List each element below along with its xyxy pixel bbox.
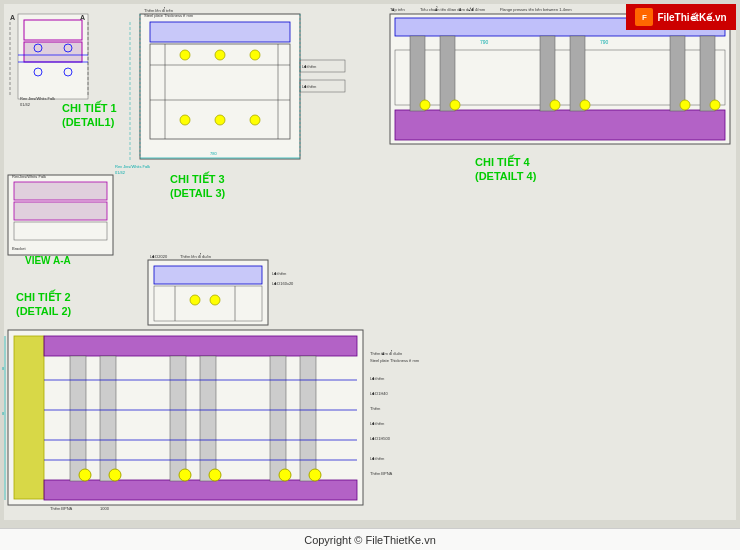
svg-point-74 (190, 295, 200, 305)
svg-text:Lề thêm: Lề thêm (302, 84, 317, 89)
chi-tiet-4-label: CHI TIẾT 4 (DETAILT 4) (475, 155, 536, 184)
svg-point-51 (450, 100, 460, 110)
svg-rect-46 (540, 36, 555, 111)
svg-point-94 (279, 469, 291, 481)
svg-text:Lề D2020: Lề D2020 (150, 254, 168, 259)
copyright-text: Copyright © FileThietKe.vn (304, 534, 436, 546)
svg-text:1000: 1000 (100, 506, 110, 511)
svg-text:790: 790 (600, 39, 609, 45)
svg-point-93 (209, 469, 221, 481)
svg-text:Lề thêm: Lề thêm (370, 421, 385, 426)
svg-rect-85 (100, 356, 116, 481)
svg-point-90 (79, 469, 91, 481)
svg-point-95 (309, 469, 321, 481)
svg-text:Bracket: Bracket (12, 246, 26, 251)
svg-point-54 (680, 100, 690, 110)
svg-point-75 (210, 295, 220, 305)
svg-rect-42 (395, 110, 725, 140)
svg-text:RevJins/Whits Falk: RevJins/Whits Falk (12, 174, 46, 179)
svg-point-92 (179, 469, 191, 481)
svg-text:Lề thêm: Lề thêm (370, 456, 385, 461)
svg-point-91 (109, 469, 121, 481)
svg-text:Thêm lên đỉ đuôn: Thêm lên đỉ đuôn (180, 253, 211, 259)
svg-rect-64 (14, 182, 107, 200)
logo-text: FileThiếtKế.vn (657, 12, 726, 23)
chi-tiet-2-label: CHI TIẾT 2 (DETAIL 2) (16, 290, 71, 319)
svg-text:Rev Jins/Whits Falk: Rev Jins/Whits Falk (20, 96, 55, 101)
svg-point-53 (580, 100, 590, 110)
svg-text:Thêm: Thêm (370, 406, 381, 411)
svg-point-26 (250, 50, 260, 60)
svg-text:Thêm BPNA: Thêm BPNA (50, 506, 73, 511)
svg-point-29 (250, 115, 260, 125)
svg-point-25 (215, 50, 225, 60)
svg-rect-89 (300, 356, 316, 481)
svg-rect-45 (440, 36, 455, 111)
svg-rect-83 (44, 480, 357, 500)
svg-rect-81 (14, 336, 44, 499)
svg-text:Lề D1H40: Lề D1H40 (370, 391, 389, 396)
svg-rect-18 (150, 22, 290, 42)
svg-text:Tấp trên: Tấp trên (390, 7, 405, 12)
svg-rect-84 (70, 356, 86, 481)
svg-rect-48 (670, 36, 685, 111)
svg-text:Lề thêm: Lề thêm (370, 376, 385, 381)
svg-rect-70 (154, 266, 262, 284)
logo: F FileThiếtKế.vn (626, 4, 736, 30)
copyright-bar: Copyright © FileThietKe.vn (0, 528, 740, 550)
svg-point-28 (215, 115, 225, 125)
svg-text:780: 780 (210, 151, 217, 156)
svg-text:Lề thêm: Lề thêm (272, 271, 287, 276)
svg-text:A: A (10, 14, 15, 21)
svg-text:Steel plate Thickness ê mm: Steel plate Thickness ê mm (144, 13, 194, 18)
svg-rect-88 (270, 356, 286, 481)
svg-rect-47 (570, 36, 585, 111)
svg-text:Thêm BPNA: Thêm BPNA (370, 471, 393, 476)
svg-text:Rev Jins/Whits Falk: Rev Jins/Whits Falk (115, 164, 150, 169)
logo-icon: F (635, 8, 653, 26)
svg-point-27 (180, 115, 190, 125)
svg-text:Lề D160x20: Lề D160x20 (272, 281, 294, 286)
svg-rect-87 (200, 356, 216, 481)
svg-text:01/42: 01/42 (20, 102, 31, 107)
svg-text:Thêm tấm đỉ đuôn: Thêm tấm đỉ đuôn (370, 350, 402, 356)
svg-point-24 (180, 50, 190, 60)
svg-point-52 (550, 100, 560, 110)
svg-text:Steel plate Thickness ê mm: Steel plate Thickness ê mm (370, 358, 420, 363)
view-aa-label: VIEW A-A (25, 255, 71, 266)
svg-rect-49 (700, 36, 715, 111)
svg-point-50 (420, 100, 430, 110)
chi-tiet-1-label: CHI TIẾT 1 (DETAIL1) (62, 101, 117, 130)
svg-text:Lề D1H500: Lề D1H500 (370, 436, 391, 441)
svg-point-55 (710, 100, 720, 110)
svg-text:790: 790 (480, 39, 489, 45)
svg-rect-86 (170, 356, 186, 481)
svg-rect-4 (24, 42, 82, 62)
svg-text:Lề thêm: Lề thêm (302, 64, 317, 69)
main-canvas: Rev Jins/Whits Falk 01/42 A A Thêm lên đ… (0, 0, 740, 550)
svg-rect-65 (14, 202, 107, 220)
svg-rect-82 (44, 336, 357, 356)
svg-text:01/42: 01/42 (115, 170, 126, 175)
svg-rect-44 (410, 36, 425, 111)
chi-tiet-3-label: CHI TIẾT 3 (DETAIL 3) (170, 172, 225, 201)
cad-drawing-svg: Rev Jins/Whits Falk 01/42 A A Thêm lên đ… (0, 0, 740, 550)
svg-text:A: A (80, 14, 85, 21)
svg-text:Flange presses tên bên between: Flange presses tên bên between 1-4mm (500, 7, 572, 12)
svg-text:Tiêu chuẩn tên đóan dầm dưới 4: Tiêu chuẩn tên đóan dầm dưới 4/mm (420, 6, 486, 12)
